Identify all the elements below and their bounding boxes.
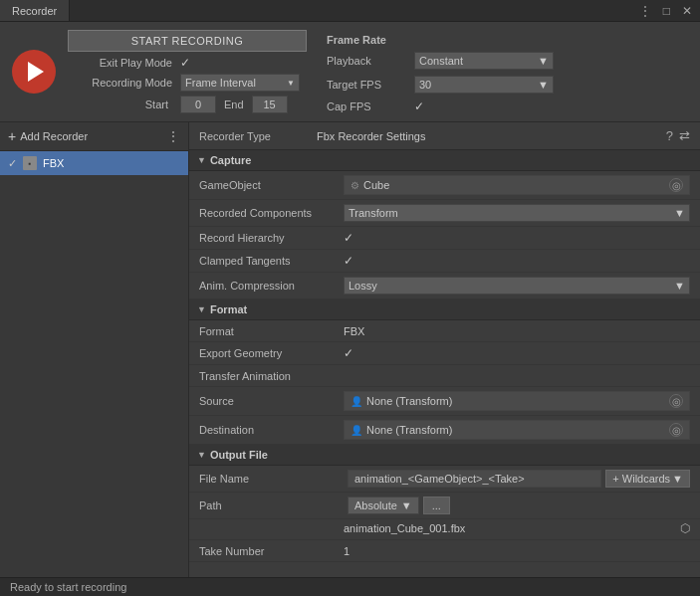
file-name-row: File Name + Wildcards ▼: [189, 466, 700, 493]
gameobject-value: ⚙ Cube ◎: [344, 175, 690, 195]
main-area: START RECORDING Exit Play Mode ✓ Recordi…: [0, 22, 700, 596]
plus-icon: +: [8, 128, 16, 144]
header-icons: ? ⇄: [666, 128, 690, 143]
cap-fps-label: Cap FPS: [327, 100, 406, 112]
recording-mode-label: Recording Mode: [68, 77, 172, 89]
play-button[interactable]: [12, 50, 56, 94]
source-label: Source: [199, 395, 344, 407]
frame-rate-section: Frame Rate Playback Constant ▼ Target FP…: [327, 30, 554, 113]
left-panel: + Add Recorder ⋮ ✓ ▪ FBX: [0, 122, 189, 577]
anim-compression-dropdown[interactable]: Lossy ▼: [344, 277, 690, 295]
end-field[interactable]: [252, 96, 288, 113]
clamped-tangents-value: ✓: [344, 254, 690, 268]
anim-compression-arrow: ▼: [674, 280, 685, 292]
start-label: Start: [68, 99, 172, 110]
destination-row: Destination 👤 None (Transform) ◎: [189, 416, 700, 445]
cap-fps-check[interactable]: ✓: [414, 99, 424, 113]
output-file-title: Output File: [210, 449, 268, 461]
tab-label: Recorder: [12, 5, 57, 17]
wildcards-arrow: ▼: [672, 473, 683, 485]
format-value: FBX: [344, 325, 690, 337]
target-fps-row: Target FPS 30 ▼: [327, 76, 554, 94]
status-text: Ready to start recording: [10, 581, 126, 593]
destination-value: 👤 None (Transform) ◎: [344, 420, 690, 440]
destination-icon: 👤: [350, 425, 362, 436]
export-geometry-label: Export Geometry: [199, 347, 344, 359]
fbx-check: ✓: [8, 157, 17, 170]
cap-fps-row: Cap FPS ✓: [327, 99, 554, 113]
settings-icon[interactable]: ⇄: [679, 128, 690, 143]
output-file-arrow-icon: ▼: [197, 450, 206, 460]
gameobject-field[interactable]: ⚙ Cube ◎: [344, 175, 690, 195]
add-recorder-label: Add Recorder: [20, 130, 88, 142]
export-geometry-check[interactable]: ✓: [344, 346, 353, 360]
fbx-recorder-item[interactable]: ✓ ▪ FBX: [0, 151, 188, 175]
recorder-type-value: Fbx Recorder Settings: [317, 130, 658, 142]
path-type-dropdown[interactable]: Absolute ▼: [348, 497, 419, 514]
destination-pick-btn[interactable]: ◎: [669, 423, 683, 437]
wildcards-button[interactable]: + Wildcards ▼: [605, 470, 690, 488]
add-recorder-button[interactable]: + Add Recorder: [8, 128, 166, 144]
recorded-components-arrow: ▼: [674, 207, 685, 219]
status-bar: Ready to start recording: [0, 577, 700, 596]
tab-maximize-btn[interactable]: □: [659, 2, 674, 20]
gameobject-label: GameObject: [199, 179, 344, 191]
transfer-animation-label: Transfer Animation: [199, 370, 344, 382]
format-arrow-icon: ▼: [197, 304, 206, 314]
source-pick-btn[interactable]: ◎: [669, 394, 683, 408]
recorded-components-dropdown[interactable]: Transform ▼: [344, 204, 690, 222]
middle-section: + Add Recorder ⋮ ✓ ▪ FBX Recorder Type F…: [0, 122, 700, 577]
help-icon[interactable]: ?: [666, 128, 673, 143]
anim-compression-label: Anim. Compression: [199, 280, 344, 292]
file-name-input[interactable]: [348, 470, 601, 488]
right-panel-header: Recorder Type Fbx Recorder Settings ? ⇄: [189, 122, 700, 150]
export-geometry-row: Export Geometry ✓: [189, 342, 700, 365]
output-file-section-header[interactable]: ▼ Output File: [189, 445, 700, 466]
path-value-row: animation_Cube_001.fbx ⬡: [189, 519, 700, 540]
take-number-value: 1: [344, 545, 690, 557]
playback-dropdown[interactable]: Constant ▼: [414, 52, 554, 70]
source-field[interactable]: 👤 None (Transform) ◎: [344, 391, 690, 411]
gameobject-row: GameObject ⚙ Cube ◎: [189, 171, 700, 200]
start-recording-button[interactable]: START RECORDING: [68, 30, 307, 52]
record-hierarchy-check[interactable]: ✓: [344, 231, 353, 245]
target-fps-dropdown[interactable]: 30 ▼: [414, 76, 554, 94]
playback-row: Playback Constant ▼: [327, 52, 554, 70]
browse-button[interactable]: ...: [423, 497, 450, 514]
exit-play-mode-check[interactable]: ✓: [180, 56, 190, 70]
recorder-menu-icon[interactable]: ⋮: [166, 128, 180, 144]
wildcards-label: + Wildcards: [612, 473, 670, 485]
end-label: End: [224, 99, 244, 110]
clamped-tangents-label: Clamped Tangents: [199, 255, 344, 267]
record-hierarchy-row: Record Hierarchy ✓: [189, 227, 700, 250]
recorded-components-row: Recorded Components Transform ▼: [189, 200, 700, 227]
right-panel: Recorder Type Fbx Recorder Settings ? ⇄ …: [189, 122, 700, 577]
gameobject-pick-btn[interactable]: ◎: [669, 178, 683, 192]
exit-play-mode-row: Exit Play Mode ✓: [68, 56, 307, 70]
path-arrow: ▼: [401, 499, 412, 511]
format-section-header[interactable]: ▼ Format: [189, 299, 700, 320]
clamped-tangents-check[interactable]: ✓: [344, 254, 353, 268]
take-number-label: Take Number: [199, 545, 344, 557]
exit-play-mode-label: Exit Play Mode: [68, 57, 172, 69]
play-section: START RECORDING Exit Play Mode ✓ Recordi…: [12, 30, 307, 113]
recording-mode-dropdown[interactable]: Frame Interval ▼: [180, 74, 300, 92]
take-number-row: Take Number 1: [189, 540, 700, 562]
tab-actions: ⋮ □ ✕: [635, 0, 700, 21]
tab-close-btn[interactable]: ✕: [678, 2, 696, 20]
tab-menu-btn[interactable]: ⋮: [635, 2, 655, 20]
destination-field[interactable]: 👤 None (Transform) ◎: [344, 420, 690, 440]
file-name-label: File Name: [199, 473, 344, 485]
anim-compression-row: Anim. Compression Lossy ▼: [189, 273, 700, 299]
start-field[interactable]: [180, 96, 216, 113]
capture-section-header[interactable]: ▼ Capture: [189, 150, 700, 171]
clamped-tangents-row: Clamped Tangents ✓: [189, 250, 700, 273]
path-label: Path: [199, 499, 344, 511]
recorder-tab[interactable]: Recorder: [0, 0, 70, 21]
export-geometry-value: ✓: [344, 346, 690, 360]
recorded-components-value: Transform ▼: [344, 204, 690, 222]
gameobject-icon: ⚙: [350, 180, 359, 191]
format-row: Format FBX: [189, 320, 700, 342]
open-path-icon[interactable]: ⬡: [680, 521, 690, 535]
transfer-animation-row: Transfer Animation: [189, 365, 700, 387]
